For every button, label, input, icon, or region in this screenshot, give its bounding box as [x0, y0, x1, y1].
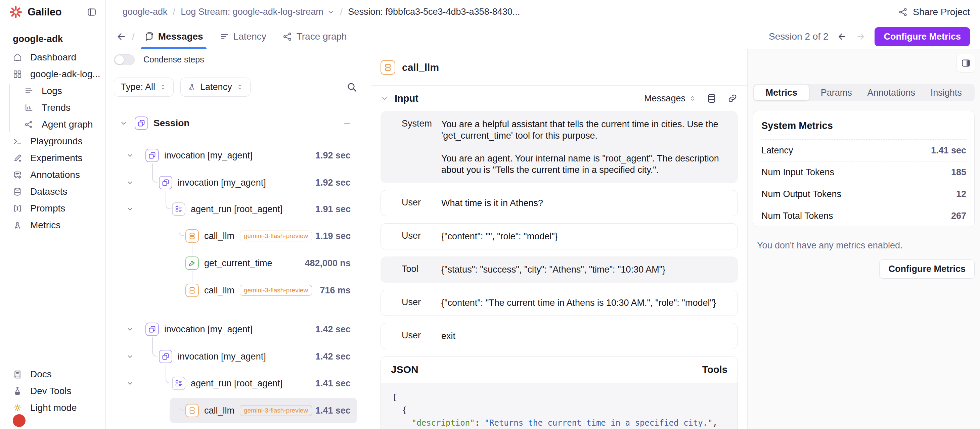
share-icon — [898, 7, 908, 17]
json-code-line: "description": "Returns the current time… — [392, 416, 726, 429]
tree-row-call_llm[interactable]: call_llmgemini-3-flash-preview716 ms — [106, 280, 371, 301]
span-name-wrap: invocation [my_agent] — [178, 172, 266, 193]
message-text: {"content": "The current time in Athens … — [441, 297, 727, 308]
collapse-minus-icon[interactable] — [342, 119, 352, 128]
tree-row-invocation-my_agent-[interactable]: invocation [my_agent]1.42 sec — [106, 319, 371, 340]
chevron-down-icon[interactable] — [126, 379, 134, 388]
condense-steps-label: Condense steps — [143, 55, 204, 64]
tree-row-session[interactable]: Session — [106, 113, 371, 134]
sidebar-item-agent-graph[interactable]: Agent graph — [0, 116, 105, 133]
share-project-button[interactable]: Share Project — [898, 7, 970, 17]
sidebar-item-annotations[interactable]: Annotations — [0, 167, 105, 183]
user-avatar[interactable] — [13, 414, 25, 427]
breadcrumb-item[interactable]: google-adk — [123, 7, 168, 17]
tree-row-invocation-my_agent-[interactable]: invocation [my_agent]1.42 sec — [106, 346, 371, 367]
galileo-logo-icon — [9, 5, 23, 19]
session-pager-label: Session 2 of 2 — [769, 31, 828, 42]
configure-metrics-button[interactable]: Configure Metrics — [875, 27, 970, 46]
span-name: call_llm — [204, 405, 234, 416]
json-punctuation: [ — [392, 393, 397, 402]
chevron-down-icon[interactable] — [126, 179, 134, 187]
tree-row-agent_run-root_agent-[interactable]: agent_run [root_agent]1.91 sec — [106, 199, 371, 220]
chevron-down-icon[interactable] — [126, 325, 134, 333]
sidebar-item-label: Agent graph — [41, 119, 93, 130]
message-card-user[interactable]: UserWhat time is it in Athens? — [380, 190, 738, 216]
chevron-down-icon[interactable] — [327, 8, 335, 16]
sidebar-item-prompts[interactable]: Prompts — [0, 200, 105, 217]
message-role-label: Tool — [402, 264, 441, 275]
metrics-tab-metrics[interactable]: Metrics — [754, 85, 809, 100]
message-card-system[interactable]: SystemYou are a helpful assistant that t… — [380, 111, 738, 183]
sidebar-item-trends[interactable]: Trends — [0, 99, 105, 116]
sidebar-item-datasets[interactable]: Datasets — [0, 183, 105, 200]
back-arrow-icon[interactable] — [116, 31, 127, 42]
trace-tree: Sessioninvocation [my_agent]1.92 secinvo… — [106, 104, 371, 429]
invocation-span-icon — [145, 149, 159, 162]
network-icon — [282, 32, 293, 41]
panel-collapse-icon[interactable] — [956, 54, 975, 73]
grid-icon — [13, 70, 22, 79]
sidebar-nav: Dashboardgoogle-adk-log...LogsTrendsAgen… — [0, 49, 105, 234]
breadcrumb-label: google-adk — [123, 7, 168, 17]
metric-row-num-input-tokens: Num Input Tokens185 — [761, 161, 966, 183]
sun-icon — [13, 403, 22, 413]
chevron-down-icon[interactable] — [126, 205, 134, 213]
sidebar-item-logs[interactable]: Logs — [0, 83, 105, 99]
sort-metric-dropdown[interactable]: Latency — [180, 78, 251, 97]
brand-name: Galileo — [27, 6, 62, 18]
metrics-tab-annotations[interactable]: Annotations — [864, 85, 919, 100]
message-card-user[interactable]: User{"content": "The current time in Ath… — [380, 290, 738, 316]
chevron-down-icon[interactable] — [126, 353, 134, 361]
message-role-label: System — [402, 119, 441, 176]
metric-label: Num Total Tokens — [761, 211, 833, 221]
json-punctuation: , — [713, 418, 718, 427]
sidebar-item-docs[interactable]: Docs — [0, 366, 105, 383]
chevron-down-icon[interactable] — [126, 151, 134, 159]
tab-trace-graph[interactable]: Trace graph — [279, 24, 350, 49]
message-view-selector[interactable]: Messages — [644, 93, 696, 104]
type-filter-dropdown[interactable]: Type: All — [114, 78, 173, 97]
llm-span-icon — [185, 229, 199, 243]
json-code-block: [ { "description": "Returns the current … — [381, 383, 738, 429]
tree-row-get_current_time[interactable]: get_current_time482,000 ns — [106, 253, 371, 274]
sidebar-item-label: google-adk-log... — [30, 69, 100, 79]
metrics-tab-params[interactable]: Params — [809, 85, 864, 100]
breadcrumb-item[interactable]: Log Stream: google-adk-log-stream — [181, 7, 335, 17]
next-session-arrow-icon[interactable] — [856, 32, 866, 41]
sidebar-item-dashboard[interactable]: Dashboard — [0, 49, 105, 66]
previous-session-arrow-icon[interactable] — [837, 32, 847, 41]
tab-latency[interactable]: Latency — [216, 24, 270, 49]
tree-row-invocation-my_agent-[interactable]: invocation [my_agent]1.92 sec — [106, 145, 371, 166]
chevron-down-icon[interactable] — [380, 94, 388, 102]
search-icon[interactable] — [346, 81, 357, 93]
tree-row-call_llm[interactable]: call_llmgemini-3-flash-preview1.41 sec — [106, 400, 371, 421]
sidebar-project-label: google-adk — [0, 24, 105, 49]
sidebar-item-dev-tools[interactable]: Dev Tools — [0, 383, 105, 399]
chevron-down-icon[interactable] — [119, 119, 127, 127]
span-name: invocation [my_agent] — [164, 150, 253, 161]
sidebar-item-google-adk-log-[interactable]: google-adk-log... — [0, 66, 105, 83]
sidebar-item-label: Dashboard — [30, 52, 76, 63]
tab-messages[interactable]: Messages — [141, 24, 207, 49]
metrics-tab-insights[interactable]: Insights — [919, 85, 974, 100]
sidebar-item-label: Trends — [41, 102, 70, 113]
breadcrumb-item[interactable]: Session: f9bbfca3-5ce3-4db3-a358-8430... — [348, 7, 520, 17]
message-card-tool[interactable]: Tool{"status": "success", "city": "Athen… — [380, 256, 738, 283]
sidebar-item-metrics[interactable]: Metrics — [0, 217, 105, 234]
raw-data-icon[interactable] — [706, 93, 717, 104]
system-metrics-rows: Latency1.41 secNum Input Tokens185Num Ou… — [761, 139, 966, 227]
sidebar-item-playgrounds[interactable]: Playgrounds — [0, 133, 105, 150]
copy-link-icon[interactable] — [727, 93, 738, 104]
tree-row-agent_run-root_agent-[interactable]: agent_run [root_agent]1.41 sec — [106, 373, 371, 394]
message-card-user[interactable]: User{"content": "", "role": "model"} — [380, 223, 738, 249]
sidebar-user-row[interactable] — [0, 412, 105, 429]
breadcrumb-label: Log Stream: google-adk-log-stream — [181, 7, 323, 17]
configure-metrics-secondary-button[interactable]: Configure Metrics — [879, 259, 975, 279]
sidebar-collapse-icon[interactable] — [87, 7, 97, 17]
condense-steps-toggle[interactable] — [114, 54, 135, 65]
tree-connector — [152, 164, 158, 183]
tree-row-invocation-my_agent-[interactable]: invocation [my_agent]1.92 sec — [106, 172, 371, 193]
sidebar-item-experiments[interactable]: Experiments — [0, 150, 105, 167]
message-card-user[interactable]: Userexit — [380, 323, 738, 349]
tree-row-call_llm[interactable]: call_llmgemini-3-flash-preview1.19 sec — [106, 225, 371, 247]
